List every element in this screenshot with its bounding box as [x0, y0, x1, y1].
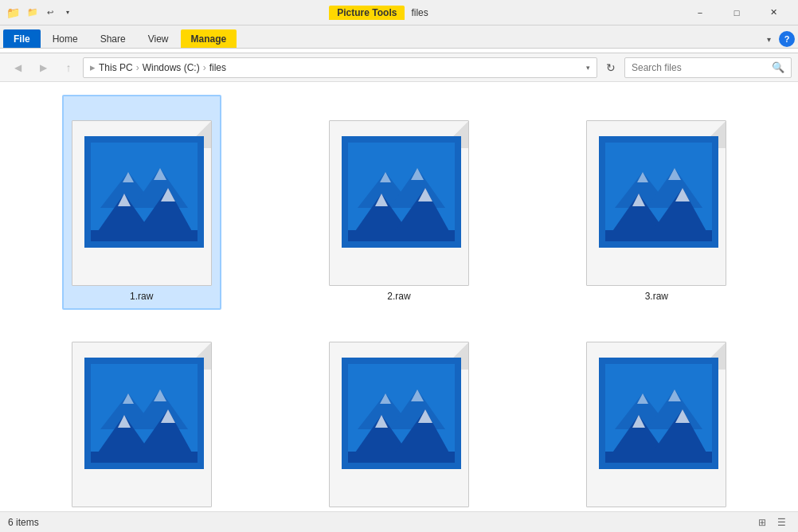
file-icon-3 [578, 103, 734, 286]
file-item-2[interactable]: 2.raw [319, 95, 479, 310]
path-dropdown-icon: ▾ [586, 64, 590, 72]
ribbon-tabs: File Home Share View Manage ▾ ? [0, 25, 798, 48]
window-controls: − □ ✕ [682, 0, 792, 25]
picture-tools-label: Picture Tools [329, 6, 405, 20]
img-thumbnail-4 [84, 358, 204, 469]
tab-manage[interactable]: Manage [181, 29, 237, 48]
file-icon-1 [64, 103, 220, 286]
path-folder-icon: ▸ [90, 61, 96, 73]
minimize-button[interactable]: − [682, 0, 718, 25]
refresh-button[interactable]: ↻ [600, 57, 621, 78]
file-item-1[interactable]: 1.raw [62, 95, 221, 310]
file-item-5[interactable]: 5.raw [319, 316, 479, 512]
tab-file[interactable]: File [3, 29, 41, 48]
tab-view[interactable]: View [138, 29, 179, 48]
quick-access-btn2[interactable]: ↩ [42, 5, 58, 21]
address-bar: ◀ ▶ ↑ ▸ This PC › Windows (C:) › files ▾… [0, 53, 798, 82]
quick-access-dropdown[interactable]: ▾ [60, 5, 76, 21]
svg-rect-71 [605, 452, 712, 463]
view-buttons: ⊞ ☰ [753, 514, 790, 530]
img-thumbnail-5 [342, 358, 461, 469]
quick-access-btn1[interactable]: 📁 [25, 5, 41, 21]
details-view-btn[interactable]: ☰ [773, 514, 790, 530]
window-title: files [411, 7, 428, 18]
maximize-button[interactable]: □ [718, 0, 755, 25]
svg-rect-23 [348, 230, 455, 241]
path-windows-c: Windows (C:) [143, 62, 200, 73]
close-button[interactable]: ✕ [755, 0, 792, 25]
svg-rect-47 [91, 452, 198, 463]
status-bar: 6 items ⊞ ☰ [0, 511, 798, 532]
forward-button[interactable]: ▶ [32, 57, 54, 78]
file-item-3[interactable]: 3.raw [577, 95, 736, 310]
folder-icon: 📁 [6, 6, 20, 19]
address-path[interactable]: ▸ This PC › Windows (C:) › files ▾ [83, 57, 597, 78]
file-icon-4 [64, 324, 220, 507]
svg-rect-35 [605, 230, 712, 241]
svg-rect-11 [91, 230, 198, 241]
path-files: files [209, 62, 226, 73]
status-item-count: 6 items [8, 517, 39, 528]
file-item-6[interactable]: 6.raw [577, 316, 736, 512]
file-name-3: 3.raw [645, 291, 668, 302]
search-input[interactable] [632, 62, 769, 73]
img-thumbnail-6 [599, 358, 718, 469]
title-bar-left: 📁 📁 ↩ ▾ [6, 5, 76, 21]
file-grid: 1.raw [0, 82, 798, 512]
tab-share[interactable]: Share [90, 29, 136, 48]
search-icon: 🔍 [772, 61, 784, 73]
large-icons-view-btn[interactable]: ⊞ [753, 514, 771, 530]
path-this-pc: This PC [99, 62, 133, 73]
title-center: Picture Tools files [76, 6, 682, 20]
tab-home[interactable]: Home [42, 29, 88, 48]
path-sep2: › [203, 62, 206, 73]
ribbon-collapse-btn[interactable]: ▾ [760, 30, 777, 48]
img-thumbnail-3 [599, 136, 718, 248]
main-content: 1.raw [0, 82, 798, 512]
file-name-1: 1.raw [130, 291, 153, 302]
back-button[interactable]: ◀ [6, 57, 29, 78]
img-thumbnail-2 [342, 136, 461, 248]
quick-access: 📁 📁 ↩ ▾ [6, 5, 76, 21]
ribbon: File Home Share View Manage ▾ ? [0, 25, 798, 53]
help-button[interactable]: ? [779, 31, 795, 47]
file-icon-2 [321, 103, 477, 286]
file-icon-6 [578, 324, 734, 507]
file-item-4[interactable]: 4.raw [62, 316, 221, 512]
search-box[interactable]: 🔍 [624, 57, 792, 78]
svg-rect-59 [348, 452, 455, 463]
title-bar: 📁 📁 ↩ ▾ Picture Tools files − □ ✕ [0, 0, 798, 25]
up-button[interactable]: ↑ [57, 57, 80, 78]
img-thumbnail-1 [84, 136, 204, 248]
file-name-2: 2.raw [387, 291, 410, 302]
file-icon-5 [321, 324, 477, 507]
path-sep1: › [136, 62, 139, 73]
